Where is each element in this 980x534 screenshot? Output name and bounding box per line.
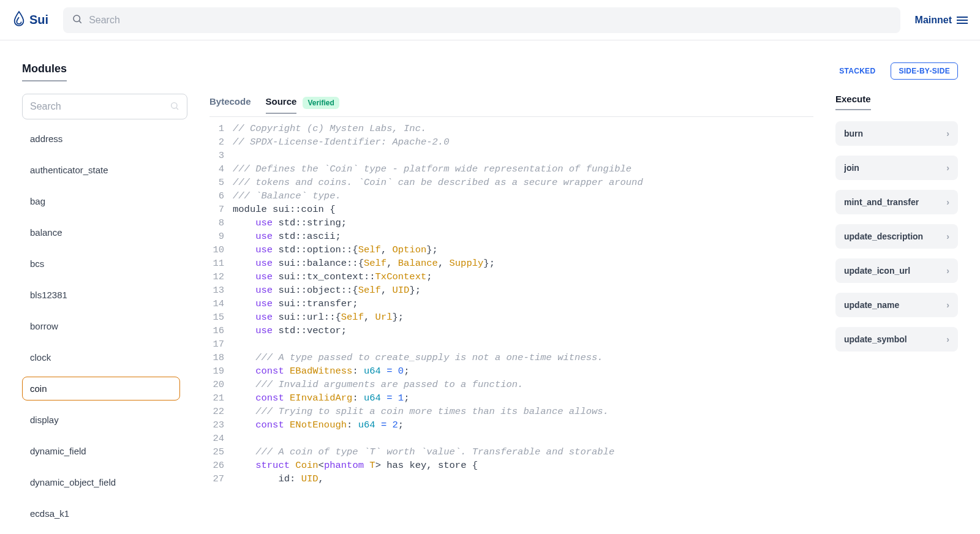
menu-icon [957,17,968,24]
module-item[interactable]: dynamic_field [22,439,180,463]
module-item[interactable]: dynamic_object_field [22,470,180,494]
execute-list: burn›join›mint_and_transfer›update_descr… [835,121,958,352]
line-number: 5 [209,176,233,189]
line-content: use std::string; [233,216,806,230]
line-content: const EInvalidArg: u64 = 1; [233,391,806,405]
line-content: /// A coin of type `T` worth `value`. Tr… [233,445,806,459]
code-line: 2// SPDX-License-Identifier: Apache-2.0 [209,135,806,149]
line-content: use sui::transfer; [233,297,806,310]
chevron-right-icon: › [946,334,949,344]
modules-panel: addressauthenticator_statebagbalancebcsb… [22,94,187,534]
code-line: 7module sui::coin { [209,203,806,216]
module-item[interactable]: ecdsa_k1 [22,502,180,525]
line-number: 19 [209,364,233,378]
section-title: Modules [22,62,67,81]
module-item[interactable]: address [22,127,180,151]
module-search-input[interactable] [30,101,170,112]
module-item[interactable]: authenticator_state [22,158,180,182]
line-content [233,432,806,445]
execute-item-label: update_symbol [844,334,907,344]
code-line: 4/// Defines the `Coin` type - platform … [209,162,806,176]
page-top-row: Modules STACKED SIDE-BY-SIDE [22,62,958,81]
line-content: const ENotEnough: u64 = 2; [233,418,806,432]
line-number: 16 [209,324,233,337]
execute-title: Execute [835,94,871,110]
code-line: 23 const ENotEnough: u64 = 2; [209,418,806,432]
global-search-input[interactable] [89,15,891,26]
line-number: 27 [209,472,233,486]
code-line: 26 struct Coin<phantom T> has key, store… [209,459,806,472]
module-item[interactable]: display [22,408,180,432]
code-line: 27 id: UID, [209,472,806,486]
execute-item-label: join [844,163,859,173]
code-line: 22 /// Trying to split a coin more times… [209,405,806,418]
line-number: 13 [209,284,233,297]
line-number: 21 [209,391,233,405]
line-content: /// `Balance` type. [233,189,806,203]
sui-drop-icon [12,10,26,29]
module-list[interactable]: addressauthenticator_statebagbalancebcsb… [22,127,187,534]
layout-side-by-side[interactable]: SIDE-BY-SIDE [891,62,958,80]
code-line: 24 [209,432,806,445]
execute-panel: Execute burn›join›mint_and_transfer›upda… [835,94,958,534]
svg-line-3 [176,108,178,110]
three-column-layout: addressauthenticator_statebagbalancebcsb… [22,94,958,528]
line-number: 17 [209,337,233,351]
module-item[interactable]: clock [22,345,180,369]
code-line: 11 use sui::balance::{Self, Balance, Sup… [209,257,806,270]
module-item[interactable]: borrow [22,314,180,338]
tab-source[interactable]: Source [266,96,297,114]
code-line: 8 use std::string; [209,216,806,230]
execute-item-label: mint_and_transfer [844,197,919,207]
line-number: 4 [209,162,233,176]
execute-item[interactable]: join› [835,156,958,180]
line-number: 8 [209,216,233,230]
execute-item[interactable]: burn› [835,121,958,146]
execute-item[interactable]: update_name› [835,293,958,317]
code-line: 18 /// A type passed to create_supply is… [209,351,806,364]
source-code[interactable]: 1// Copyright (c) Mysten Labs, Inc.2// S… [209,122,813,534]
layout-toggle: STACKED SIDE-BY-SIDE [831,62,958,80]
line-content [233,149,806,162]
page-body: Modules STACKED SIDE-BY-SIDE addressauth… [0,40,980,528]
module-search[interactable] [22,94,187,119]
line-content: // SPDX-License-Identifier: Apache-2.0 [233,135,806,149]
line-content: use std::vector; [233,324,806,337]
code-line: 13 use sui::object::{Self, UID}; [209,284,806,297]
code-line: 1// Copyright (c) Mysten Labs, Inc. [209,122,806,135]
tab-bytecode[interactable]: Bytecode [209,96,251,114]
line-content: struct Coin<phantom T> has key, store { [233,459,806,472]
module-item[interactable]: bag [22,189,180,213]
execute-item[interactable]: update_symbol› [835,327,958,352]
execute-item[interactable]: update_icon_url› [835,258,958,283]
line-content: const EBadWitness: u64 = 0; [233,364,806,378]
execute-item[interactable]: mint_and_transfer› [835,190,958,214]
line-content: /// Invalid arguments are passed to a fu… [233,378,806,391]
chevron-right-icon: › [946,300,949,310]
brand-logo[interactable]: Sui [12,10,48,29]
module-item[interactable]: bls12381 [22,283,180,307]
chevron-right-icon: › [946,129,949,138]
code-line: 3 [209,149,806,162]
module-item[interactable]: bcs [22,252,180,276]
search-icon [72,13,83,26]
code-line: 5/// tokens and coins. `Coin` can be des… [209,176,806,189]
line-content: /// Defines the `Coin` type - platform w… [233,162,806,176]
line-number: 22 [209,405,233,418]
execute-item-label: update_name [844,300,899,310]
chevron-right-icon: › [946,197,949,207]
layout-stacked[interactable]: STACKED [831,62,883,80]
line-number: 3 [209,149,233,162]
line-number: 26 [209,459,233,472]
network-selector[interactable]: Mainnet [915,15,968,26]
global-search[interactable] [63,7,900,33]
module-item[interactable]: balance [22,220,180,244]
line-content: use sui::url::{Self, Url}; [233,310,806,324]
search-icon [170,101,179,113]
source-panel: Bytecode Source Verified 1// Copyright (… [209,94,813,534]
line-content: module sui::coin { [233,203,806,216]
line-number: 2 [209,135,233,149]
execute-item[interactable]: update_description› [835,224,958,249]
code-line: 15 use sui::url::{Self, Url}; [209,310,806,324]
module-item[interactable]: coin [22,377,180,401]
